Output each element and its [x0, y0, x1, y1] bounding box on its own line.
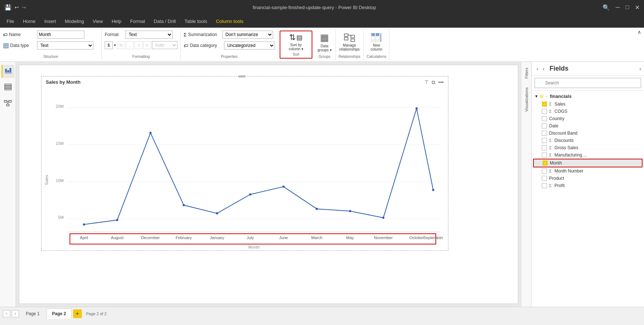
sidebar-report-icon[interactable]: [1, 65, 15, 78]
svg-text:10M: 10M: [56, 178, 64, 183]
financials-group-header[interactable]: ▼ ⊞ ✓ financials: [532, 92, 644, 100]
filters-tab-label[interactable]: Filters: [524, 68, 529, 79]
expand-icon[interactable]: ⧉: [432, 79, 435, 86]
field-item-profit[interactable]: Σ Profit: [532, 182, 644, 189]
cogs-name: COGS: [555, 109, 567, 114]
panel-expand-button[interactable]: ›: [639, 66, 641, 72]
svg-text:September: September: [423, 235, 443, 240]
sidebar-model-icon[interactable]: [1, 97, 15, 110]
percent-button[interactable]: %: [117, 41, 125, 49]
field-item-month[interactable]: ✓ Month: [533, 159, 643, 167]
panel-nav-left2-button[interactable]: ‹: [541, 65, 547, 72]
menu-table-tools[interactable]: Table tools: [181, 17, 211, 25]
page-next-button[interactable]: ›: [12, 310, 19, 317]
profit-sigma: Σ: [549, 183, 552, 188]
minimize-button[interactable]: ─: [616, 4, 620, 11]
field-item-discounts[interactable]: Σ Discounts: [532, 137, 644, 144]
gross-sales-checkbox[interactable]: [542, 145, 547, 150]
field-item-cogs[interactable]: Σ COGS: [532, 108, 644, 115]
menu-file[interactable]: File: [3, 17, 18, 25]
chart-visual[interactable]: ⊤ ⧉ ••• Sales by Month 20M 15M 10M 5M Sa…: [41, 76, 448, 251]
country-checkbox[interactable]: [542, 116, 547, 121]
menu-view[interactable]: View: [89, 17, 107, 25]
menu-format[interactable]: Format: [127, 17, 149, 25]
svg-text:March: March: [311, 235, 323, 240]
ribbon: 🏷 Name 🔢 Data type Text Structure: [0, 28, 644, 62]
filter-icon[interactable]: ⊤: [424, 79, 429, 86]
svg-rect-20: [4, 100, 7, 102]
page-prev-button[interactable]: ‹: [3, 310, 10, 317]
sidebar-data-icon[interactable]: [1, 81, 15, 94]
panel-nav-left-button[interactable]: ‹: [535, 65, 541, 72]
svg-text:February: February: [176, 235, 192, 240]
add-page-button[interactable]: +: [73, 309, 82, 318]
menu-help[interactable]: Help: [108, 17, 125, 25]
manufacturing-checkbox[interactable]: [542, 152, 547, 158]
sort-by-column-label: Sort bycolumn ▾: [289, 43, 303, 51]
chart-resize-handle-top[interactable]: [238, 75, 245, 78]
page-tab-1[interactable]: Page 1: [20, 309, 45, 319]
field-item-sales[interactable]: ✓ Σ Sales: [532, 100, 644, 108]
dec-dec-button[interactable]: 0.: [143, 41, 151, 49]
discounts-checkbox[interactable]: [542, 138, 547, 143]
menu-insert[interactable]: Insert: [41, 17, 60, 25]
fields-search: 🔍: [532, 76, 644, 91]
format-select[interactable]: Text: [125, 31, 173, 39]
sort-group-label: Sort: [283, 51, 309, 56]
field-item-discount-band[interactable]: Discount Band: [532, 130, 644, 137]
fields-search-input[interactable]: [535, 78, 641, 88]
save-icon[interactable]: 💾: [4, 4, 12, 11]
field-item-product[interactable]: Product: [532, 175, 644, 182]
dollar-button[interactable]: $: [105, 41, 113, 49]
product-name: Product: [549, 176, 564, 181]
title-bar: 💾 ↩ ↪ financial-sample-finished-update-q…: [0, 0, 644, 15]
viz-filters-sidebar: Filters Visualizations: [521, 62, 531, 307]
field-item-country[interactable]: Country: [532, 115, 644, 122]
search-icon[interactable]: 🔍: [603, 4, 610, 11]
datacategory-icon: 🏷: [184, 43, 188, 48]
auto-select[interactable]: Auto: [152, 41, 177, 49]
dec-inc-button[interactable]: .0: [135, 41, 143, 49]
more-options-icon[interactable]: •••: [438, 79, 444, 86]
datatype-select[interactable]: Text: [37, 41, 93, 49]
close-button[interactable]: ✕: [635, 4, 640, 11]
discount-band-name: Discount Band: [549, 131, 577, 136]
new-column-button[interactable]: Newcolumn: [371, 31, 382, 53]
date-checkbox[interactable]: [542, 123, 547, 128]
page-tab-2[interactable]: Page 2: [47, 309, 72, 319]
manage-relationships-button[interactable]: Managerelationships: [339, 31, 360, 53]
menu-column-tools[interactable]: Column tools: [212, 17, 247, 25]
undo-icon[interactable]: ↩: [15, 4, 19, 10]
field-item-manufacturing[interactable]: Σ Manufacturing ...: [532, 151, 644, 159]
field-item-date[interactable]: Date: [532, 122, 644, 130]
ribbon-collapse-button[interactable]: ∧: [637, 29, 641, 35]
datacategory-select[interactable]: Uncategorized: [224, 41, 275, 49]
redo-icon[interactable]: ↪: [22, 4, 26, 10]
dollar-dropdown[interactable]: ▼: [113, 44, 116, 47]
sales-checkbox[interactable]: ✓: [542, 102, 547, 107]
menu-modeling[interactable]: Modeling: [61, 17, 88, 25]
svg-point-37: [149, 132, 152, 134]
data-groups-button[interactable]: ▦ Datagroups ▾: [317, 31, 331, 53]
profit-checkbox[interactable]: [542, 183, 547, 188]
month-checkbox[interactable]: ✓: [543, 160, 548, 166]
svg-rect-7: [376, 33, 379, 36]
month-number-checkbox[interactable]: [542, 169, 547, 174]
visualizations-tab-label[interactable]: Visualizations: [524, 87, 529, 112]
name-input[interactable]: [37, 31, 84, 39]
field-item-month-number[interactable]: Σ Month Number: [532, 167, 644, 175]
svg-point-41: [283, 186, 285, 188]
discount-band-checkbox[interactable]: [542, 131, 547, 136]
svg-text:April: April: [80, 235, 88, 240]
sort-by-column-button[interactable]: ⇅ ▤ Sort bycolumn ▾: [289, 33, 303, 51]
comma-button[interactable]: ,: [126, 41, 134, 49]
search-wrapper: 🔍: [535, 78, 641, 88]
country-name: Country: [549, 116, 564, 121]
cogs-checkbox[interactable]: [542, 109, 547, 114]
field-item-gross-sales[interactable]: Σ Gross Sales: [532, 144, 644, 151]
summarization-select[interactable]: Don't summarize: [222, 31, 273, 39]
product-checkbox[interactable]: [542, 176, 547, 181]
maximize-button[interactable]: □: [625, 4, 629, 11]
menu-data-drill[interactable]: Data / Drill: [150, 17, 180, 25]
menu-home[interactable]: Home: [19, 17, 39, 25]
